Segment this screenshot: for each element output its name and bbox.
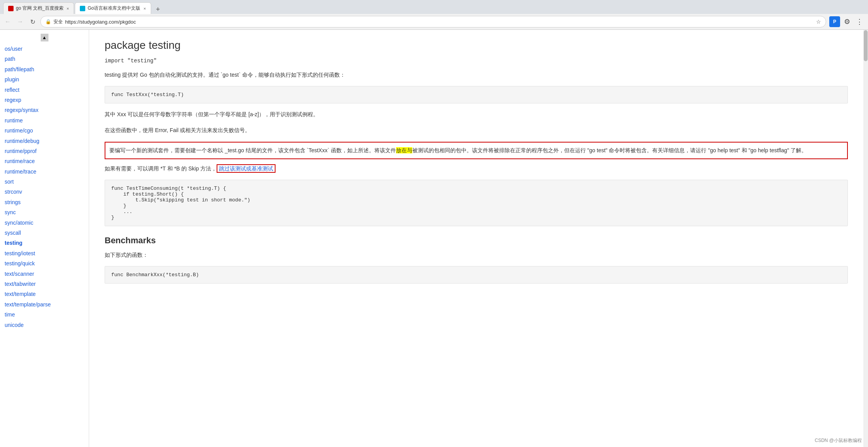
description3: 在这些函数中，使用 Error, Fail 或相关方法来发出失败信号。 <box>105 126 848 135</box>
sidebar-item-runtime-debug[interactable]: runtime/debug <box>0 136 89 146</box>
extensions-button[interactable]: ⚙ <box>842 16 852 27</box>
tab1-favicon <box>8 6 14 11</box>
code1-text: func TestXxx(*testing.T) <box>111 92 184 98</box>
sidebar-item-runtime-race[interactable]: runtime/race <box>0 156 89 166</box>
import-line: import "testing" <box>105 58 848 64</box>
sidebar-item-runtime-cgo[interactable]: runtime/cgo <box>0 126 89 136</box>
tab2-close[interactable]: × <box>143 6 146 11</box>
sidebar-item-testing-iotest[interactable]: testing/iotest <box>0 248 89 258</box>
sidebar-item-strconv[interactable]: strconv <box>0 187 89 197</box>
url-text: https://studygolang.com/pkgdoc <box>65 19 814 25</box>
sidebar-item-unicode[interactable]: unicode <box>0 320 89 330</box>
scrollbar[interactable] <box>863 30 868 447</box>
back-button[interactable]: ← <box>3 17 12 26</box>
sidebar-item-text-template[interactable]: text/template <box>0 289 89 299</box>
sidebar: ▲ os/user path path/filepath plugin refl… <box>0 30 89 447</box>
benchmarks-desc: 如下形式的函数： <box>105 250 848 260</box>
sidebar-item-text-tabwriter[interactable]: text/tabwriter <box>0 279 89 289</box>
description1: testing 提供对 Go 包的自动化测试的支持。通过 `go test` 命… <box>105 70 848 80</box>
skip-description: 如果有需要，可以调用 *T 和 *B 的 Skip 方法，跳过该测试或基准测试 <box>105 164 848 174</box>
sidebar-item-path[interactable]: path <box>0 54 89 64</box>
sidebar-item-regexp-syntax[interactable]: regexp/syntax <box>0 105 89 115</box>
tab1-label: go 官网 文档_百度搜索 <box>16 5 64 12</box>
address-bar: ← → ↻ 🔒 安全 https://studygolang.com/pkgdo… <box>0 14 868 29</box>
highlighted-yellow: 放在与 <box>396 147 412 153</box>
new-tab-button[interactable]: + <box>153 5 163 14</box>
tab-2[interactable]: Go语言标准库文档中文版 × <box>75 2 151 14</box>
url-bar[interactable]: 🔒 安全 https://studygolang.com/pkgdoc ☆ <box>40 16 826 28</box>
code-block-1: func TestXxx(*testing.T) <box>105 86 848 103</box>
sidebar-item-strings[interactable]: strings <box>0 197 89 207</box>
browser-actions: P ⚙ ⋮ <box>829 16 865 27</box>
highlighted-part1: 要编写一个新的测试套件，需要创建一个名称以 _test.go 结尾的文件，该文件… <box>109 147 396 153</box>
description2: 其中 Xxx 可以是任何字母数字字符串（但第一个字母不能是 [a-z]），用于识… <box>105 110 848 119</box>
tab-bar: go 官网 文档_百度搜索 × Go语言标准库文档中文版 × + <box>0 0 868 14</box>
skip-text: 如果有需要，可以调用 *T 和 *B 的 Skip 方法， <box>105 165 217 172</box>
security-icon: 🔒 <box>45 19 51 24</box>
code-block-2: func TestTimeConsuming(t *testing.T) { i… <box>105 180 848 226</box>
code3-text: func BenchmarkXxx(*testing.B) <box>111 272 199 278</box>
watermark: CSDN @小鼠标教编程 <box>815 437 862 444</box>
sidebar-item-sync-atomic[interactable]: sync/atomic <box>0 218 89 228</box>
sidebar-item-regexp[interactable]: regexp <box>0 95 89 105</box>
sidebar-item-reflect[interactable]: reflect <box>0 85 89 95</box>
reload-button[interactable]: ↻ <box>28 17 37 26</box>
main-layout: ▲ os/user path path/filepath plugin refl… <box>0 30 868 447</box>
content-area: package testing import "testing" testing… <box>89 30 863 447</box>
star-icon[interactable]: ☆ <box>816 19 821 25</box>
forward-button[interactable]: → <box>16 17 25 26</box>
benchmarks-title: Benchmarks <box>105 236 848 246</box>
package-title: package testing <box>105 39 848 52</box>
sidebar-item-testing[interactable]: testing <box>0 238 89 248</box>
menu-button[interactable]: ⋮ <box>854 16 865 27</box>
sidebar-item-runtime-trace[interactable]: runtime/trace <box>0 167 89 177</box>
highlighted-part2: 被测试的包相同的包中。该文件将被排除在正常的程序包之外，但在运行 "go tes… <box>412 147 807 153</box>
sidebar-item-runtime-pprof[interactable]: runtime/pprof <box>0 146 89 156</box>
profile-button[interactable]: P <box>829 16 840 27</box>
sidebar-item-runtime[interactable]: runtime <box>0 115 89 126</box>
sidebar-item-text-scanner[interactable]: text/scanner <box>0 269 89 279</box>
highlighted-block: 要编写一个新的测试套件，需要创建一个名称以 _test.go 结尾的文件，该文件… <box>105 142 848 159</box>
sidebar-item-os-user[interactable]: os/user <box>0 44 89 54</box>
skip-link[interactable]: 跳过该测试或基准测试 <box>217 164 276 173</box>
scrollbar-thumb[interactable] <box>864 30 868 61</box>
tab1-close[interactable]: × <box>67 6 69 11</box>
sidebar-scroll-up[interactable]: ▲ <box>41 34 48 41</box>
sidebar-item-syscall[interactable]: syscall <box>0 228 89 238</box>
sidebar-item-path-filepath[interactable]: path/filepath <box>0 64 89 74</box>
code-block-3: func BenchmarkXxx(*testing.B) <box>105 266 848 284</box>
tab2-label: Go语言标准库文档中文版 <box>88 5 140 12</box>
browser-chrome: go 官网 文档_百度搜索 × Go语言标准库文档中文版 × + ← → ↻ 🔒… <box>0 0 868 30</box>
sidebar-item-sort[interactable]: sort <box>0 177 89 187</box>
sidebar-item-sync[interactable]: sync <box>0 207 89 217</box>
sidebar-item-text-template-parse[interactable]: text/template/parse <box>0 299 89 309</box>
sidebar-item-plugin[interactable]: plugin <box>0 74 89 84</box>
sidebar-item-testing-quick[interactable]: testing/quick <box>0 258 89 268</box>
tab2-favicon <box>80 6 85 11</box>
security-label: 安全 <box>53 19 63 25</box>
sidebar-item-time[interactable]: time <box>0 309 89 320</box>
tab-1[interactable]: go 官网 文档_百度搜索 × <box>3 2 74 14</box>
